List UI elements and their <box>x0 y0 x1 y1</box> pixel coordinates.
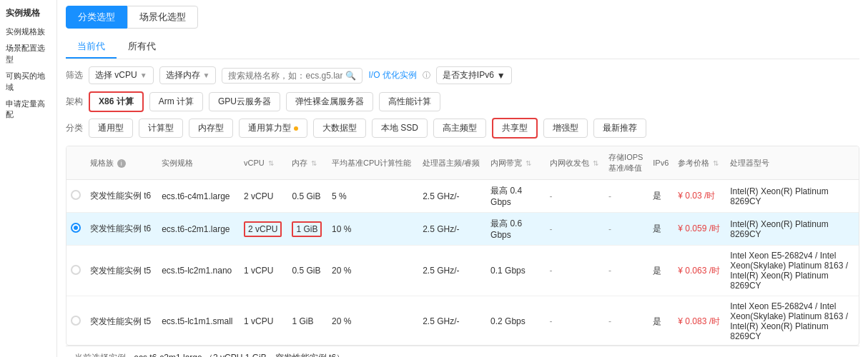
arch-btn-arm[interactable]: Arm 计算 <box>149 92 203 111</box>
search-box[interactable]: 🔍 <box>222 68 363 84</box>
cpu-freq-cell: 2.5 GHz/- <box>418 296 486 346</box>
price-sort-icon[interactable]: ⇅ <box>713 159 719 167</box>
iops-cell: - <box>604 246 648 296</box>
top-tab-group: 分类选型 场景化选型 <box>66 6 859 29</box>
table-row[interactable]: 突发性能实例 t6ecs.t6-c4m1.large2 vCPU0.5 GiB5… <box>66 180 859 213</box>
cat-btn-enhanced[interactable]: 增强型 <box>543 119 588 138</box>
name-cell: ecs.t5-lc2m1.nano <box>157 246 240 296</box>
cat-btn-memory[interactable]: 内存型 <box>189 119 233 138</box>
memory-sort-icon[interactable]: ⇅ <box>311 159 317 167</box>
col-cpu-freq: 处理器主频/睿频 <box>418 146 486 180</box>
cat-btn-high-freq[interactable]: 高主频型 <box>433 119 486 138</box>
filter-label: 筛选 <box>66 69 83 81</box>
table-row[interactable]: 突发性能实例 t5ecs.t5-lc2m1.nano1 vCPU0.5 GiB2… <box>66 246 859 296</box>
col-ipv6: IPv6 <box>648 146 674 180</box>
vcpu-select[interactable]: 选择 vCPU ▼ <box>89 66 154 84</box>
search-icon: 🔍 <box>345 71 356 81</box>
cpu-model-cell: Intel Xeon E5-2682v4 / Intel Xeon(Skylak… <box>726 246 859 296</box>
family-cell: 突发性能实例 t5 <box>86 246 157 296</box>
price-cell: ¥ 0.059 /时 <box>674 213 726 246</box>
netbw-sort-icon[interactable]: ⇅ <box>526 159 531 167</box>
arch-row: 架构 X86 计算 Arm 计算 GPU云服务器 弹性裸金属服务器 高性能计算 <box>66 91 859 112</box>
tab-all-gen[interactable]: 所有代 <box>117 36 167 59</box>
col-cpu-perf: 平均基准CPU计算性能 <box>327 146 418 180</box>
mem-select[interactable]: 选择内存 ▼ <box>159 66 217 84</box>
sidebar-item-region[interactable]: 可购买的地域 <box>6 71 51 93</box>
bottom-status: 当前选择实例 ecs.t6-c2m1.large （2 vCPU 1 GiB，突… <box>66 346 859 357</box>
col-family: 规格族 i <box>86 146 157 180</box>
io-link[interactable]: I/O 优化实例 <box>368 69 416 81</box>
cat-btn-bigdata[interactable]: 大数据型 <box>313 119 366 138</box>
vcpu-cell: 2 vCPU <box>240 213 287 246</box>
iops-cell: - <box>604 213 648 246</box>
cat-btn-recommended[interactable]: 最新推荐 <box>593 119 646 138</box>
iops-cell: - <box>604 296 648 346</box>
cat-label: 分类 <box>66 122 83 134</box>
sidebar-item-quota[interactable]: 申请定量高配 <box>6 99 51 121</box>
search-input[interactable] <box>228 71 342 81</box>
radio-button[interactable] <box>71 190 81 200</box>
family-cell: 突发性能实例 t6 <box>86 180 157 213</box>
price-cell: ¥ 0.083 /时 <box>674 296 726 346</box>
bottom-label: 当前选择实例 <box>74 353 126 357</box>
radio-button[interactable] <box>71 265 81 275</box>
arch-btn-hpc[interactable]: 高性能计算 <box>379 92 440 111</box>
cat-btn-general-compute[interactable]: 通用算力型 <box>239 119 307 138</box>
cpu-freq-cell: 2.5 GHz/- <box>418 213 486 246</box>
cat-btn-local-ssd[interactable]: 本地 SSD <box>372 119 428 138</box>
cpu-model-cell: Intel(R) Xeon(R) Platinum 8269CY <box>726 213 859 246</box>
sub-tab-group: 当前代 所有代 <box>66 36 859 59</box>
vcpu-cell: 2 vCPU <box>240 180 287 213</box>
category-row: 分类 通用型 计算型 内存型 通用算力型 大数据型 本地 SSD 高主频型 共享… <box>66 118 859 139</box>
family-cell: 突发性能实例 t6 <box>86 213 157 246</box>
arch-btn-x86[interactable]: X86 计算 <box>89 91 144 112</box>
mem-chevron-icon: ▼ <box>203 71 210 79</box>
radio-cell[interactable] <box>66 180 86 213</box>
memory-cell: 0.5 GiB <box>287 246 327 296</box>
cat-btn-compute[interactable]: 计算型 <box>139 119 183 138</box>
price-cell: ¥ 0.03 /时 <box>674 180 726 213</box>
cpu-freq-cell: 2.5 GHz/- <box>418 246 486 296</box>
radio-cell[interactable] <box>66 296 86 346</box>
table-row[interactable]: 突发性能实例 t6ecs.t6-c2m1.large2 vCPU1 GiB10 … <box>66 213 859 246</box>
main-content: 分类选型 场景化选型 当前代 所有代 筛选 选择 vCPU ▼ 选择内存 ▼ 🔍… <box>57 0 868 357</box>
tab-scene[interactable]: 场景化选型 <box>127 6 198 29</box>
col-net-bw: 内网带宽 ⇅ <box>486 146 545 180</box>
instance-table: 规格族 i 实例规格 vCPU ⇅ 内存 ⇅ 平均基准CPU计算性能 处理器主频… <box>66 146 859 346</box>
net-pps-cell: - <box>546 213 605 246</box>
cat-btn-shared[interactable]: 共享型 <box>492 118 538 139</box>
col-price: 参考价格 ⇅ <box>674 146 726 180</box>
family-info-icon[interactable]: i <box>117 159 126 168</box>
ipv6-cell: 是 <box>648 180 674 213</box>
radio-cell[interactable] <box>66 213 86 246</box>
family-cell: 突发性能实例 t5 <box>86 296 157 346</box>
sidebar-item-scene[interactable]: 场景配置选型 <box>6 43 51 65</box>
arch-btn-gpu[interactable]: GPU云服务器 <box>209 92 280 111</box>
sidebar-item-family[interactable]: 实例规格族 <box>6 26 51 37</box>
arch-btn-bare-metal[interactable]: 弹性裸金属服务器 <box>286 92 373 111</box>
vcpu-sort-icon[interactable]: ⇅ <box>268 159 274 167</box>
netpps-sort-icon[interactable]: ⇅ <box>593 159 598 167</box>
radio-button[interactable] <box>71 223 81 233</box>
name-cell: ecs.t5-lc1m1.small <box>157 296 240 346</box>
ipv6-cell: 是 <box>648 296 674 346</box>
filter-row: 筛选 选择 vCPU ▼ 选择内存 ▼ 🔍 I/O 优化实例 ⓘ 是否支持IPv… <box>66 66 859 84</box>
radio-button[interactable] <box>71 316 81 326</box>
cat-btn-general[interactable]: 通用型 <box>89 119 133 138</box>
ipv6-select[interactable]: 是否支持IPv6 ▼ <box>436 66 512 84</box>
table-body: 突发性能实例 t6ecs.t6-c4m1.large2 vCPU0.5 GiB5… <box>66 180 859 346</box>
table-header-row: 规格族 i 实例规格 vCPU ⇅ 内存 ⇅ 平均基准CPU计算性能 处理器主频… <box>66 146 859 180</box>
tab-current-gen[interactable]: 当前代 <box>66 36 117 59</box>
col-cpu-model: 处理器型号 <box>726 146 859 180</box>
price-cell: ¥ 0.063 /时 <box>674 246 726 296</box>
bottom-value: ecs.t6-c2m1.large （2 vCPU 1 GiB，突发性能实例 t… <box>134 353 345 357</box>
col-radio <box>66 146 86 180</box>
net-bw-cell: 最高 0.4 Gbps <box>486 180 545 213</box>
net-pps-cell: - <box>546 296 605 346</box>
table-row[interactable]: 突发性能实例 t5ecs.t5-lc1m1.small1 vCPU1 GiB20… <box>66 296 859 346</box>
tab-classify[interactable]: 分类选型 <box>66 6 127 29</box>
ipv6-cell: 是 <box>648 213 674 246</box>
col-net-pps: 内网收发包 ⇅ <box>546 146 605 180</box>
radio-cell[interactable] <box>66 246 86 296</box>
name-cell: ecs.t6-c2m1.large <box>157 213 240 246</box>
